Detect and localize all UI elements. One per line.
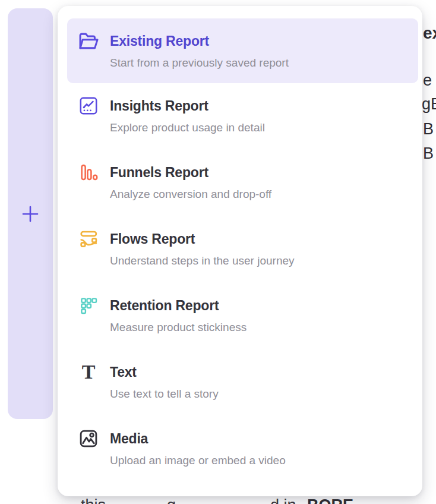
- menu-item-subtitle: Explore product usage in detail: [110, 120, 265, 136]
- menu-item-media[interactable]: Media Upload an image or embed a video: [67, 416, 418, 483]
- menu-item-subtitle: Measure product stickiness: [110, 320, 247, 335]
- menu-item-title: Media: [110, 430, 286, 448]
- menu-item-subtitle: Understand steps in the user journey: [110, 253, 295, 269]
- bg-text-fragment: gB: [422, 95, 436, 114]
- flow-icon: [77, 228, 100, 250]
- menu-item-funnels-report[interactable]: Funnels Report Analyze conversion and dr…: [67, 150, 418, 216]
- retention-grid-icon: [77, 295, 100, 316]
- menu-item-retention-report[interactable]: Retention Report Measure product stickin…: [67, 283, 418, 349]
- bg-text-fragment: ex: [423, 24, 436, 43]
- bg-text-fragment: d in: [270, 496, 296, 504]
- menu-item-flows-report[interactable]: Flows Report Understand steps in the use…: [67, 216, 418, 283]
- menu-item-title: Flows Report: [110, 230, 295, 248]
- menu-item-title: Insights Report: [110, 97, 265, 115]
- funnel-bars-icon: [77, 162, 100, 183]
- menu-item-title: Existing Report: [110, 32, 289, 50]
- add-content-dropdown: Existing Report Start from a previously …: [58, 6, 422, 496]
- menu-item-subtitle: Start from a previously saved report: [110, 55, 289, 71]
- folder-open-icon: [77, 30, 100, 52]
- add-content-bar[interactable]: [8, 8, 53, 419]
- menu-item-subtitle: Upload an image or embed a video: [110, 453, 286, 468]
- media-image-icon: [77, 428, 100, 449]
- menu-item-title: Funnels Report: [110, 163, 271, 181]
- bg-text-fragment: BORE: [307, 496, 353, 504]
- menu-item-subtitle: Analyze conversion and drop-off: [110, 187, 271, 202]
- menu-item-existing-report[interactable]: Existing Report Start from a previously …: [67, 18, 418, 83]
- text-icon: T: [77, 361, 100, 383]
- bg-text-fragment: g: [167, 496, 176, 504]
- menu-item-subtitle: Use text to tell a story: [110, 386, 219, 402]
- menu-item-title: Text: [110, 363, 219, 381]
- menu-item-insights-report[interactable]: Insights Report Explore product usage in…: [67, 83, 418, 150]
- plus-icon[interactable]: [21, 204, 40, 223]
- menu-item-title: Retention Report: [110, 297, 247, 314]
- menu-item-text[interactable]: T Text Use text to tell a story: [67, 349, 418, 416]
- bg-text-fragment: B: [423, 144, 434, 163]
- bg-text-fragment: e: [423, 71, 432, 90]
- line-chart-icon: [77, 95, 100, 116]
- bg-text-fragment: this: [81, 496, 106, 504]
- bg-text-fragment: B: [423, 120, 434, 138]
